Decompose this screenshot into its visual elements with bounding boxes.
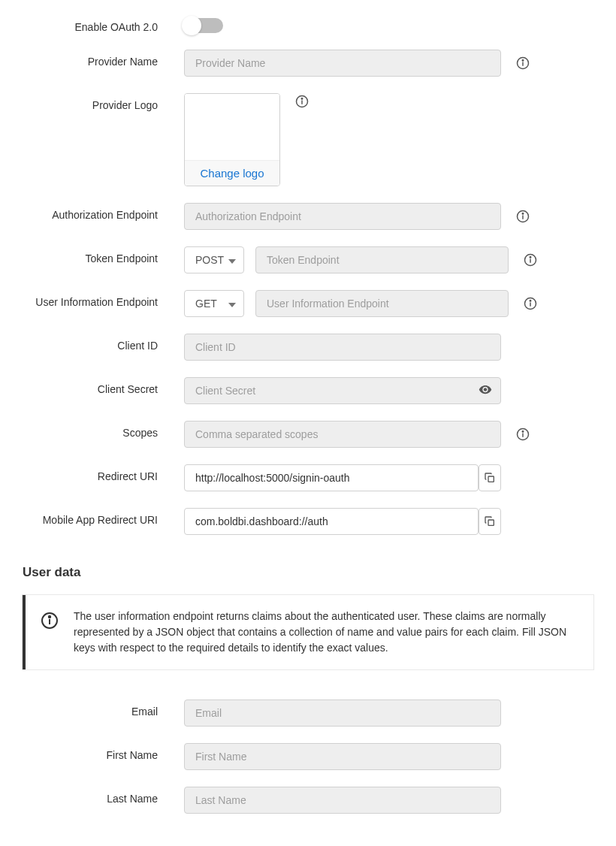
provider-logo-box: Change logo (184, 93, 280, 186)
redirect-uri-label: Redirect URI (23, 464, 184, 482)
client-secret-label: Client Secret (23, 377, 184, 395)
info-icon[interactable] (524, 297, 537, 310)
info-icon[interactable] (516, 428, 530, 441)
chevron-down-icon (228, 298, 236, 310)
provider-name-input[interactable] (184, 50, 501, 77)
svg-point-14 (530, 301, 531, 302)
mobile-redirect-uri-label: Mobile App Redirect URI (23, 508, 184, 526)
token-method-select[interactable]: POST (184, 246, 244, 273)
copy-button[interactable] (479, 464, 501, 491)
svg-rect-18 (488, 476, 494, 482)
client-secret-input[interactable] (184, 377, 501, 404)
client-id-input[interactable] (184, 334, 501, 361)
enable-oauth-toggle[interactable] (184, 18, 223, 33)
svg-point-22 (49, 616, 50, 618)
info-icon (41, 612, 59, 632)
mobile-redirect-uri-input[interactable] (184, 508, 479, 535)
token-method-value: POST (195, 254, 224, 266)
svg-rect-19 (488, 520, 494, 525)
provider-name-label: Provider Name (23, 50, 184, 68)
info-icon[interactable] (516, 56, 530, 70)
last-name-label: Last Name (23, 787, 184, 805)
user-info-endpoint-label: User Information Endpoint (23, 290, 184, 308)
info-icon[interactable] (295, 95, 309, 108)
svg-point-2 (522, 60, 524, 62)
auth-endpoint-label: Authorization Endpoint (23, 203, 184, 221)
toggle-knob (182, 16, 201, 35)
scopes-label: Scopes (23, 421, 184, 439)
change-logo-button[interactable]: Change logo (185, 160, 279, 186)
svg-point-17 (522, 431, 524, 433)
provider-logo-label: Provider Logo (23, 93, 184, 111)
chevron-down-icon (228, 254, 236, 266)
info-icon[interactable] (516, 210, 530, 223)
eye-icon[interactable] (479, 383, 492, 399)
token-endpoint-label: Token Endpoint (23, 246, 184, 264)
copy-button[interactable] (479, 508, 501, 535)
first-name-input[interactable] (184, 743, 501, 770)
first-name-label: First Name (23, 743, 184, 761)
userinfo-method-value: GET (195, 298, 217, 310)
redirect-uri-input[interactable] (184, 464, 479, 491)
note-box: The user information endpoint returns cl… (23, 595, 593, 669)
note-text: The user information endpoint returns cl… (74, 609, 578, 656)
auth-endpoint-input[interactable] (184, 203, 501, 230)
enable-oauth-label: Enable OAuth 2.0 (23, 15, 184, 33)
svg-point-11 (530, 257, 531, 258)
client-id-label: Client ID (23, 334, 184, 352)
user-info-endpoint-input[interactable] (255, 290, 509, 317)
userinfo-method-select[interactable]: GET (184, 290, 244, 317)
token-endpoint-input[interactable] (255, 246, 509, 273)
logo-preview (185, 94, 279, 160)
user-data-section-title: User data (23, 565, 593, 580)
email-label: Email (23, 699, 184, 718)
info-icon[interactable] (524, 253, 537, 267)
last-name-input[interactable] (184, 787, 501, 814)
svg-point-8 (522, 213, 524, 215)
svg-point-5 (301, 98, 303, 100)
scopes-input[interactable] (184, 421, 501, 448)
email-input[interactable] (184, 699, 501, 727)
